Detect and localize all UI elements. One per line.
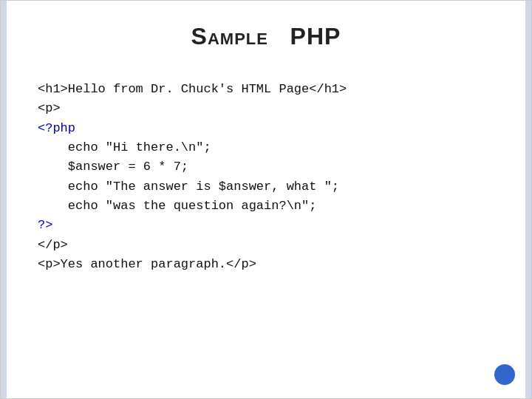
nav-dot[interactable] [494,364,515,385]
code-line-5: $answer = 6 * 7; [38,160,188,174]
code-block: <h1>Hello from Dr. Chuck's HTML Page</h1… [38,80,494,274]
slide-title: Sample PHP [38,23,494,50]
title-sample: Sample [191,23,268,50]
code-line-9: </p> [38,238,68,252]
left-border [1,1,7,398]
code-line-7: echo "was the question again?\n"; [38,199,316,213]
code-line-3: <?php [38,121,75,135]
title-php: PHP [290,23,341,50]
code-line-10: <p>Yes another paragraph.</p> [38,257,256,271]
code-line-6: echo "The answer is $answer, what "; [38,180,339,194]
slide-container: Sample PHP <h1>Hello from Dr. Chuck's HT… [0,0,532,399]
code-line-4: echo "Hi there.\n"; [38,140,211,154]
code-line-8: ?> [38,218,52,232]
right-border [525,1,531,398]
code-line-1: <h1>Hello from Dr. Chuck's HTML Page</h1… [38,82,347,96]
code-line-2: <p> [38,101,61,115]
